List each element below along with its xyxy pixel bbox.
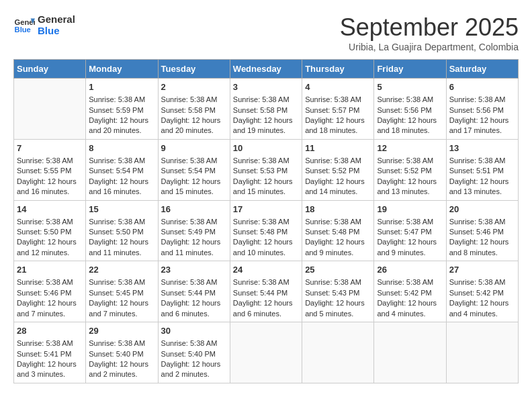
- day-number: 29: [89, 325, 154, 337]
- day-info: Daylight: 12 hours: [161, 359, 227, 369]
- day-info: Sunrise: 5:38 AM: [377, 217, 443, 227]
- calendar-cell: 21Sunrise: 5:38 AMSunset: 5:46 PMDayligh…: [14, 261, 86, 322]
- day-info: Sunrise: 5:38 AM: [17, 277, 83, 287]
- day-number: 2: [161, 81, 227, 93]
- day-info: Sunset: 5:46 PM: [449, 227, 515, 237]
- day-info: Sunrise: 5:38 AM: [161, 277, 227, 287]
- day-number: 21: [17, 264, 83, 276]
- calendar-cell: [14, 79, 86, 140]
- day-info: Daylight: 12 hours: [305, 237, 371, 247]
- day-info: and 11 minutes.: [89, 248, 154, 258]
- day-info: Daylight: 12 hours: [161, 298, 227, 308]
- day-info: Sunrise: 5:38 AM: [305, 217, 371, 227]
- day-info: and 13 minutes.: [377, 187, 443, 197]
- day-info: Daylight: 12 hours: [305, 298, 371, 308]
- day-number: 1: [89, 81, 154, 93]
- day-info: and 15 minutes.: [161, 187, 227, 197]
- day-info: Daylight: 12 hours: [17, 359, 83, 369]
- location-subtitle: Uribia, La Guajira Department, Colombia: [340, 42, 519, 52]
- calendar-cell: 12Sunrise: 5:38 AMSunset: 5:52 PMDayligh…: [374, 139, 446, 200]
- day-info: and 4 minutes.: [377, 309, 443, 319]
- day-info: Daylight: 12 hours: [305, 116, 371, 126]
- day-info: and 16 minutes.: [17, 187, 83, 197]
- calendar-week-row: 28Sunrise: 5:38 AMSunset: 5:41 PMDayligh…: [14, 322, 519, 383]
- day-info: Sunset: 5:53 PM: [233, 166, 299, 176]
- day-info: Sunrise: 5:38 AM: [377, 277, 443, 287]
- day-info: Sunset: 5:49 PM: [161, 227, 227, 237]
- day-info: and 17 minutes.: [449, 126, 515, 136]
- month-title: September 2025: [340, 13, 519, 42]
- calendar-cell: 17Sunrise: 5:38 AMSunset: 5:48 PMDayligh…: [230, 200, 302, 261]
- day-info: Daylight: 12 hours: [17, 298, 83, 308]
- calendar-cell: 1Sunrise: 5:38 AMSunset: 5:59 PMDaylight…: [86, 79, 158, 140]
- day-info: and 6 minutes.: [233, 309, 299, 319]
- day-info: Sunset: 5:50 PM: [17, 227, 83, 237]
- day-info: and 9 minutes.: [377, 248, 443, 258]
- day-info: and 20 minutes.: [89, 126, 154, 136]
- day-info: Sunrise: 5:38 AM: [89, 338, 154, 349]
- day-info: Daylight: 12 hours: [377, 116, 443, 126]
- calendar-cell: 23Sunrise: 5:38 AMSunset: 5:44 PMDayligh…: [158, 261, 230, 322]
- day-info: and 18 minutes.: [377, 126, 443, 136]
- day-info: Daylight: 12 hours: [233, 237, 299, 247]
- day-number: 11: [305, 142, 371, 154]
- day-info: Sunrise: 5:38 AM: [449, 217, 515, 227]
- logo: General Blue General Blue: [13, 13, 75, 36]
- day-info: Sunset: 5:45 PM: [89, 288, 154, 298]
- day-info: Daylight: 12 hours: [449, 298, 515, 308]
- day-info: Sunset: 5:40 PM: [161, 349, 227, 359]
- calendar-cell: 26Sunrise: 5:38 AMSunset: 5:42 PMDayligh…: [374, 261, 446, 322]
- weekday-header-friday: Friday: [374, 60, 446, 79]
- day-info: Sunrise: 5:38 AM: [161, 217, 227, 227]
- day-info: Sunset: 5:59 PM: [89, 105, 154, 116]
- day-info: and 15 minutes.: [233, 187, 299, 197]
- day-info: Sunrise: 5:38 AM: [449, 156, 515, 166]
- calendar-cell: 2Sunrise: 5:38 AMSunset: 5:58 PMDaylight…: [158, 79, 230, 140]
- day-number: 18: [305, 203, 371, 216]
- calendar-cell: 8Sunrise: 5:38 AMSunset: 5:54 PMDaylight…: [86, 139, 158, 200]
- day-info: Sunset: 5:58 PM: [161, 105, 227, 116]
- day-info: Sunrise: 5:38 AM: [161, 156, 227, 166]
- day-info: Sunrise: 5:38 AM: [89, 277, 154, 287]
- day-info: Daylight: 12 hours: [161, 177, 227, 187]
- day-info: Daylight: 12 hours: [161, 237, 227, 247]
- day-info: Sunset: 5:40 PM: [89, 349, 154, 359]
- logo-general: General: [38, 13, 75, 25]
- day-info: Daylight: 12 hours: [233, 177, 299, 187]
- day-info: Daylight: 12 hours: [305, 177, 371, 187]
- day-number: 26: [377, 264, 443, 276]
- day-info: Daylight: 12 hours: [449, 237, 515, 247]
- day-info: Sunset: 5:46 PM: [17, 288, 83, 298]
- calendar-cell: 24Sunrise: 5:38 AMSunset: 5:44 PMDayligh…: [230, 261, 302, 322]
- day-info: and 7 minutes.: [17, 309, 83, 319]
- day-info: Daylight: 12 hours: [161, 116, 227, 126]
- day-info: and 11 minutes.: [161, 248, 227, 258]
- day-info: Daylight: 12 hours: [89, 177, 154, 187]
- day-info: Sunrise: 5:38 AM: [305, 156, 371, 166]
- day-info: Sunset: 5:44 PM: [161, 288, 227, 298]
- day-number: 25: [305, 264, 371, 276]
- day-number: 7: [17, 142, 83, 154]
- day-info: and 16 minutes.: [89, 187, 154, 197]
- calendar-week-row: 21Sunrise: 5:38 AMSunset: 5:46 PMDayligh…: [14, 261, 519, 322]
- day-info: Sunrise: 5:38 AM: [17, 217, 83, 227]
- calendar-cell: 5Sunrise: 5:38 AMSunset: 5:56 PMDaylight…: [374, 79, 446, 140]
- day-info: Sunrise: 5:38 AM: [233, 95, 299, 105]
- day-info: Daylight: 12 hours: [449, 116, 515, 126]
- day-number: 22: [89, 264, 154, 276]
- day-number: 23: [161, 264, 227, 276]
- day-info: Daylight: 12 hours: [17, 237, 83, 247]
- day-info: Sunset: 5:51 PM: [449, 166, 515, 176]
- calendar-cell: 25Sunrise: 5:38 AMSunset: 5:43 PMDayligh…: [302, 261, 374, 322]
- calendar-cell: [374, 322, 446, 383]
- calendar-cell: [302, 322, 374, 383]
- day-info: Sunset: 5:57 PM: [305, 105, 371, 116]
- day-info: Sunset: 5:48 PM: [233, 227, 299, 237]
- day-info: and 13 minutes.: [449, 187, 515, 197]
- day-info: Daylight: 12 hours: [233, 298, 299, 308]
- day-info: Sunset: 5:42 PM: [377, 288, 443, 298]
- day-info: and 14 minutes.: [305, 187, 371, 197]
- calendar-cell: 7Sunrise: 5:38 AMSunset: 5:55 PMDaylight…: [14, 139, 86, 200]
- day-number: 4: [305, 81, 371, 93]
- logo-blue: Blue: [38, 25, 75, 36]
